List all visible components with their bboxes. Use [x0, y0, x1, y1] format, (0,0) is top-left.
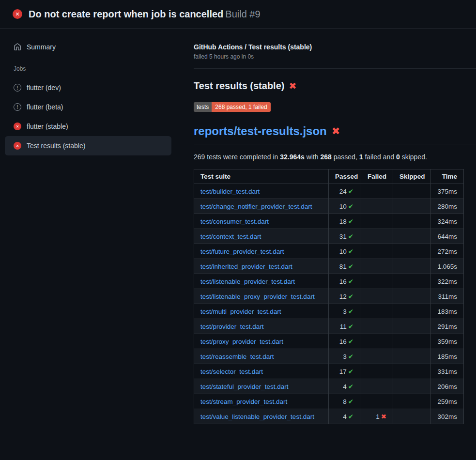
- badge-value: 268 passed, 1 failed: [212, 102, 270, 112]
- job-label: flutter (stable): [27, 123, 68, 130]
- failed-cell: [360, 184, 393, 199]
- summary-text: skipped.: [400, 153, 427, 161]
- suite-link[interactable]: test/proxy_provider_test.dart: [200, 338, 283, 345]
- run-header: ✕ Do not create report when job is cance…: [0, 0, 476, 29]
- failed-count: 1: [376, 413, 380, 420]
- run-title: Do not create report when job is cancell…: [29, 8, 261, 20]
- suite-link[interactable]: test/future_provider_test.dart: [200, 248, 284, 255]
- failed-x-icon: ✖: [289, 80, 296, 92]
- table-row: test/stateful_provider_test.dart4✔206ms: [194, 379, 464, 394]
- sidebar-item-job[interactable]: !flutter (beta): [5, 97, 171, 117]
- table-row: test/builder_test.dart24✔375ms: [194, 184, 464, 199]
- passed-cell: 16✔: [329, 334, 360, 349]
- suite-link[interactable]: test/multi_provider_test.dart: [200, 308, 281, 315]
- suite-link[interactable]: test/stateful_provider_test.dart: [200, 383, 289, 390]
- passed-cell: 17✔: [329, 364, 360, 379]
- passed-count: 16: [339, 278, 347, 285]
- suite-link[interactable]: test/builder_test.dart: [200, 188, 260, 195]
- suite-link[interactable]: test/stream_provider_test.dart: [200, 398, 287, 405]
- suite-cell: test/multi_provider_test.dart: [194, 304, 329, 319]
- passed-count: 24: [339, 188, 347, 195]
- failed-cell: 1✖: [360, 409, 393, 424]
- suite-link[interactable]: test/reassemble_test.dart: [200, 353, 274, 360]
- job-label: flutter (beta): [27, 103, 63, 111]
- table-row: test/multi_provider_test.dart3✔183ms: [194, 304, 464, 319]
- skipped-cell: [393, 304, 431, 319]
- home-icon: [14, 43, 21, 51]
- time-cell: 644ms: [431, 229, 464, 244]
- table-row: test/consumer_test.dart18✔324ms: [194, 214, 464, 229]
- sidebar: Summary Jobs !flutter (dev)!flutter (bet…: [0, 28, 175, 155]
- check-icon: ✔: [348, 383, 353, 390]
- passed-cell: 31✔: [329, 229, 360, 244]
- suite-cell: test/selector_test.dart: [194, 364, 329, 379]
- passed-count: 12: [339, 293, 347, 300]
- suite-cell: test/change_notifier_provider_test.dart: [194, 199, 329, 214]
- skipped-cell: [393, 349, 431, 364]
- suite-cell: test/value_listenable_provider_test.dart: [194, 409, 329, 424]
- sidebar-item-job[interactable]: ✕flutter (stable): [5, 117, 171, 136]
- time-cell: 280ms: [431, 199, 464, 214]
- check-icon: ✔: [348, 263, 353, 270]
- suite-cell: test/reassemble_test.dart: [194, 349, 329, 364]
- passed-cell: 11✔: [329, 319, 360, 334]
- passed-cell: 24✔: [329, 184, 360, 199]
- main-content: GitHub Actions / Test results (stable) f…: [194, 28, 476, 460]
- report-file-link[interactable]: reports/test-results.json: [194, 124, 327, 138]
- sidebar-item-job[interactable]: ✕Test results (stable): [5, 136, 171, 155]
- breadcrumb: GitHub Actions / Test results (stable): [194, 43, 476, 51]
- run-meta: failed 5 hours ago in 0s: [194, 53, 476, 60]
- passed-count: 8: [343, 398, 347, 405]
- suite-link[interactable]: test/provider_test.dart: [200, 323, 264, 330]
- table-row: test/listenable_provider_test.dart16✔322…: [194, 274, 464, 289]
- failed-cell: [360, 244, 393, 259]
- skipped-cell: [393, 274, 431, 289]
- failed-status-icon: ✕: [14, 142, 21, 150]
- suite-link[interactable]: test/consumer_test.dart: [200, 218, 269, 225]
- passed-count: 81: [339, 263, 347, 270]
- suite-link[interactable]: test/selector_test.dart: [200, 368, 263, 375]
- suite-cell: test/listenable_provider_test.dart: [194, 274, 329, 289]
- suite-link[interactable]: test/inherited_provider_test.dart: [200, 263, 292, 270]
- suite-link[interactable]: test/value_listenable_provider_test.dart: [200, 413, 314, 420]
- time-cell: 311ms: [431, 289, 464, 304]
- failed-cell: [360, 379, 393, 394]
- passed-cell: 4✔: [329, 409, 360, 424]
- suite-link[interactable]: test/context_test.dart: [200, 233, 261, 240]
- skipped-cell: [393, 379, 431, 394]
- table-row: test/reassemble_test.dart3✔185ms: [194, 349, 464, 364]
- skipped-cell: [393, 229, 431, 244]
- sidebar-item-summary[interactable]: Summary: [5, 40, 171, 54]
- passed-count: 10: [339, 248, 347, 255]
- suite-link[interactable]: test/listenable_proxy_provider_test.dart: [200, 293, 315, 300]
- skipped-cell: [393, 289, 431, 304]
- passed-cell: 12✔: [329, 289, 360, 304]
- check-icon: ✔: [348, 233, 353, 240]
- passed-count: 18: [339, 218, 347, 225]
- summary-label: Summary: [27, 43, 56, 51]
- passed-count: 16: [339, 338, 347, 345]
- jobs-list: !flutter (dev)!flutter (beta)✕flutter (s…: [5, 78, 171, 155]
- check-icon: ✔: [348, 218, 353, 225]
- check-icon: ✔: [348, 248, 353, 255]
- check-icon: ✔: [348, 278, 353, 285]
- time-cell: 1.065s: [431, 259, 464, 274]
- suite-link[interactable]: test/change_notifier_provider_test.dart: [200, 203, 312, 210]
- failed-cell: [360, 199, 393, 214]
- passed-cell: 10✔: [329, 244, 360, 259]
- time-cell: 183ms: [431, 304, 464, 319]
- passed-count: 4: [343, 383, 347, 390]
- passed-count: 17: [339, 368, 347, 375]
- passed-count: 4: [343, 413, 347, 420]
- table-row: test/provider_test.dart11✔291ms: [194, 319, 464, 334]
- sidebar-item-job[interactable]: !flutter (dev): [5, 78, 171, 97]
- suite-link[interactable]: test/listenable_provider_test.dart: [200, 278, 295, 285]
- table-row: test/future_provider_test.dart10✔272ms: [194, 244, 464, 259]
- passed-cell: 8✔: [329, 394, 360, 409]
- summary-failed-count: 1: [359, 153, 363, 161]
- table-row: test/inherited_provider_test.dart81✔1.06…: [194, 259, 464, 274]
- summary-passed-count: 268: [321, 153, 332, 161]
- failed-cell: [360, 319, 393, 334]
- passed-cell: 3✔: [329, 349, 360, 364]
- table-row: test/value_listenable_provider_test.dart…: [194, 409, 464, 424]
